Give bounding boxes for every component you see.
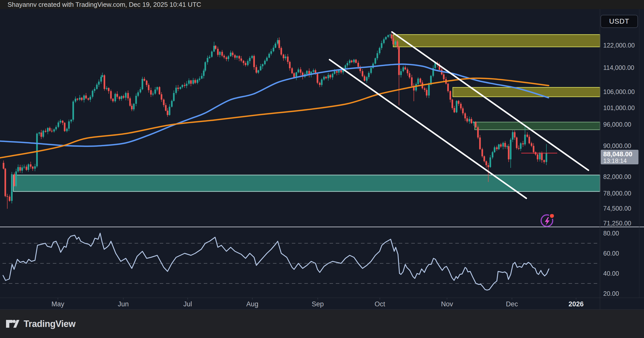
candle: [228, 56, 229, 59]
rsi-tick-label: 20.00: [603, 290, 619, 297]
candle: [351, 61, 352, 62]
price-chart-canvas[interactable]: 122,000.00114,000.00106,000.00101,000.00…: [0, 0, 644, 338]
candle: [266, 58, 268, 61]
candle: [262, 64, 263, 66]
candle: [527, 135, 528, 137]
tradingview-logo-text: TradingView: [24, 319, 75, 329]
candle: [268, 54, 270, 58]
candle: [411, 77, 413, 86]
candle: [38, 132, 40, 133]
price-tick-label: 114,000.00: [603, 64, 634, 71]
candle: [355, 60, 357, 63]
candle: [454, 108, 455, 112]
candle: [328, 75, 329, 78]
candle: [270, 51, 272, 54]
candle: [349, 61, 350, 63]
candle: [119, 97, 120, 99]
candle: [41, 132, 42, 137]
candle: [368, 73, 370, 77]
candle: [88, 98, 89, 100]
candle: [17, 167, 19, 171]
candle: [68, 121, 70, 129]
candle: [477, 127, 479, 137]
candle: [353, 60, 355, 62]
candle: [289, 62, 291, 68]
candle: [142, 79, 143, 89]
candle: [381, 43, 382, 48]
candle: [407, 69, 408, 73]
candle: [131, 106, 133, 109]
candle: [75, 99, 76, 102]
candle: [94, 89, 95, 91]
time-axis-label: Oct: [375, 300, 385, 308]
candle: [364, 76, 365, 81]
candle: [340, 70, 342, 72]
candle: [325, 77, 327, 78]
candle: [462, 108, 464, 113]
candle: [247, 61, 249, 65]
candle: [275, 44, 276, 48]
candle: [469, 119, 470, 121]
candle: [98, 82, 100, 85]
candle: [106, 88, 107, 89]
price-tick-label: 82,000.00: [603, 173, 631, 180]
candle: [47, 128, 49, 132]
price-tick-label: 71,250.00: [603, 220, 631, 227]
flash-ideas-icon[interactable]: [540, 214, 558, 228]
candle: [30, 164, 31, 167]
candle: [387, 35, 389, 37]
candle: [524, 135, 526, 144]
resistance-zone-upper[interactable]: [393, 35, 600, 47]
candle: [415, 84, 417, 90]
candle: [64, 123, 65, 131]
candle: [321, 79, 323, 85]
candle: [223, 56, 225, 58]
candle: [400, 71, 402, 75]
candle: [456, 101, 457, 112]
candle: [133, 104, 135, 109]
candle: [221, 52, 223, 56]
candle: [332, 74, 333, 77]
candle: [490, 157, 491, 167]
candle: [420, 79, 421, 83]
candle: [319, 83, 320, 85]
candle: [395, 41, 396, 44]
candle: [114, 94, 116, 101]
currency-badge[interactable]: USDT: [600, 15, 638, 28]
candle: [366, 77, 368, 81]
candle: [285, 57, 286, 58]
candle: [148, 85, 149, 90]
candle: [249, 58, 251, 61]
candle: [500, 144, 502, 147]
candle: [383, 39, 385, 43]
candle: [434, 63, 436, 68]
candle: [90, 97, 91, 100]
candle: [19, 167, 21, 171]
time-axis-label: Sep: [312, 300, 324, 308]
candle: [496, 147, 498, 149]
price-countdown-timer: 13:18:14: [603, 158, 638, 164]
price-tick-label: 101,000.00: [603, 104, 635, 111]
resistance-zone-green[interactable]: [475, 122, 600, 130]
candle: [313, 70, 314, 72]
resistance-zone-mid[interactable]: [453, 87, 600, 97]
candle: [264, 61, 266, 64]
candle: [280, 48, 282, 55]
trendline-main[interactable]: [392, 32, 588, 170]
tradingview-chart-page: 122,000.00114,000.00106,000.00101,000.00…: [0, 0, 644, 338]
candle: [100, 77, 102, 82]
price-tick-label: 106,000.00: [603, 88, 635, 95]
candle: [291, 68, 293, 73]
time-axis-label: Dec: [506, 300, 518, 308]
candle: [539, 153, 541, 159]
candle: [514, 132, 515, 137]
candle: [232, 53, 233, 55]
candle: [110, 91, 112, 99]
candle: [238, 56, 240, 59]
candle: [66, 129, 68, 131]
candle: [104, 75, 105, 89]
candle: [217, 49, 219, 55]
tradingview-logo[interactable]: TradingView: [6, 319, 75, 329]
candle: [150, 90, 152, 94]
candle: [102, 75, 103, 77]
